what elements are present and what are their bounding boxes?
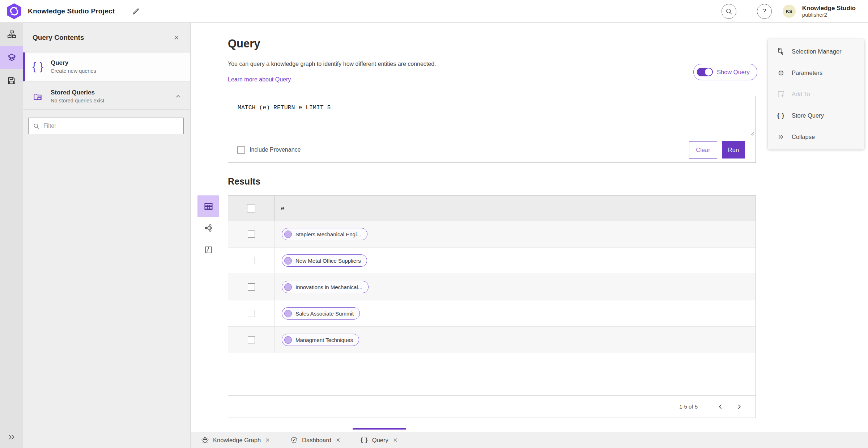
table-row[interactable]: Innovations in Mechanical... (228, 274, 756, 300)
entity-chip[interactable]: Sales Associate Summit (282, 307, 360, 320)
table-pagination: 1-5 of 5 (228, 395, 756, 418)
app-logo-icon (6, 3, 22, 20)
query-controls: Include Provenance Clear Run (228, 137, 756, 162)
table-row[interactable]: Staplers Mechanical Engi... (228, 221, 756, 248)
close-icon[interactable] (265, 437, 271, 443)
search-icon (725, 8, 733, 15)
previous-page-button[interactable] (715, 401, 726, 412)
user-info: Knowledge Studio publisher2 (802, 5, 856, 18)
entity-chip[interactable]: New Metal Office Suppliers (282, 254, 367, 267)
query-item-description: Create new queries (51, 68, 184, 74)
help-button[interactable]: ? (757, 4, 772, 19)
toggle-switch-on[interactable] (697, 68, 713, 76)
filter-input[interactable] (43, 123, 179, 129)
results-view-switcher (197, 195, 219, 261)
user-role: publisher2 (802, 12, 856, 18)
pagination-range: 1-5 of 5 (679, 403, 698, 410)
edit-title-button[interactable] (131, 7, 141, 16)
dashboard-gauge-icon (290, 436, 298, 444)
table-row[interactable]: New Metal Office Suppliers (228, 248, 756, 274)
table-view-button[interactable] (197, 195, 219, 217)
row-checkbox[interactable] (248, 257, 255, 264)
link-chart-view-button[interactable] (197, 217, 219, 239)
panel-item-query[interactable]: { } Query Create new queries (23, 52, 190, 81)
stored-queries-description: No stored queries exist (51, 98, 175, 104)
table-row[interactable]: Sales Associate Summit (228, 300, 756, 327)
question-icon: ? (762, 7, 766, 15)
column-header-e: e (275, 196, 284, 221)
map-icon (204, 245, 213, 254)
app-header: Knowledge Studio Project ? KS (0, 0, 868, 23)
filter-search-icon (33, 123, 40, 130)
query-actions-menu: Selection Manager Parameters Add To { } (768, 39, 864, 149)
entity-icon (284, 231, 292, 238)
entity-chip[interactable]: Managment Techniques (282, 334, 359, 346)
double-chevron-right-icon (8, 433, 16, 441)
chevron-left-icon (717, 403, 724, 410)
row-checkbox[interactable] (248, 310, 255, 317)
include-provenance-option[interactable]: Include Provenance (237, 146, 301, 154)
row-checkbox[interactable] (248, 231, 255, 238)
entity-chip[interactable]: Staplers Mechanical Engi... (282, 228, 367, 240)
header-divider (747, 0, 747, 23)
project-title: Knowledge Studio Project (28, 7, 115, 15)
tab-query[interactable]: { } Query (353, 432, 406, 448)
menu-item-store-query[interactable]: { } Store Query (768, 105, 864, 126)
table-header-row: e (228, 196, 756, 221)
query-edit-area: MATCH (e) RETURN e LIMIT 5 (228, 96, 756, 137)
table-row[interactable]: Managment Techniques (228, 327, 756, 353)
select-all-checkbox[interactable] (247, 204, 255, 212)
menu-item-collapse[interactable]: Collapse (768, 126, 864, 148)
entity-icon (284, 336, 292, 344)
query-contents-panel: Query Contents { } Query Create new quer… (23, 23, 191, 448)
close-panel-button[interactable] (173, 34, 181, 42)
query-input[interactable]: MATCH (e) RETURN e LIMIT 5 (228, 96, 756, 137)
panel-header: Query Contents (23, 23, 190, 52)
results-heading: Results (228, 176, 260, 187)
row-checkbox[interactable] (248, 336, 255, 343)
knowledge-studio-app: Knowledge Studio Project ? KS (0, 0, 868, 448)
stored-queries-folder-icon (30, 91, 46, 102)
menu-item-parameters[interactable]: Parameters (768, 62, 864, 84)
save-icon (7, 76, 16, 85)
double-chevron-right-icon (776, 133, 786, 141)
query-item-label: Query (51, 59, 184, 67)
next-page-button[interactable] (734, 401, 745, 412)
row-checkbox[interactable] (248, 283, 255, 291)
entity-icon (284, 283, 292, 291)
panel-title: Query Contents (33, 34, 173, 42)
close-icon[interactable] (335, 437, 341, 443)
braces-icon: { } (361, 436, 368, 444)
selection-manager-icon (776, 47, 786, 56)
tab-dashboard[interactable]: Dashboard (282, 432, 349, 448)
left-rail (0, 23, 23, 448)
learn-more-link[interactable]: Learn more about Query (228, 76, 291, 83)
query-editor-box: MATCH (e) RETURN e LIMIT 5 Include Prove… (228, 96, 756, 163)
run-button[interactable]: Run (722, 141, 745, 159)
filter-field (28, 118, 184, 134)
menu-item-selection-manager[interactable]: Selection Manager (768, 41, 864, 62)
user-name: Knowledge Studio (802, 5, 856, 12)
close-icon[interactable] (392, 437, 398, 443)
expand-rail-button[interactable] (0, 429, 23, 445)
resize-handle-icon[interactable] (750, 131, 754, 136)
chevron-up-icon[interactable] (175, 93, 182, 100)
show-query-toggle[interactable]: Show Query (693, 64, 757, 80)
include-provenance-checkbox[interactable] (237, 146, 245, 154)
close-icon (173, 34, 181, 41)
entity-chip[interactable]: Innovations in Mechanical... (282, 281, 369, 293)
search-button[interactable] (722, 4, 736, 19)
chevron-right-icon (736, 403, 743, 410)
rail-item-contents[interactable] (0, 46, 23, 69)
query-section-heading: Query (228, 37, 260, 50)
map-view-button[interactable] (197, 239, 219, 261)
panel-item-stored-queries[interactable]: Stored Queries No stored queries exist (23, 84, 190, 110)
rail-item-save[interactable] (0, 69, 23, 92)
view-tabbar: Knowledge Graph Dashboard { } Query (191, 432, 868, 448)
tab-knowledge-graph[interactable]: Knowledge Graph (193, 432, 278, 448)
clear-button[interactable]: Clear (689, 141, 717, 159)
avatar[interactable]: KS (783, 5, 796, 18)
table-icon (204, 202, 213, 211)
knowledge-graph-icon (201, 436, 209, 444)
rail-item-data-model[interactable] (0, 23, 23, 46)
